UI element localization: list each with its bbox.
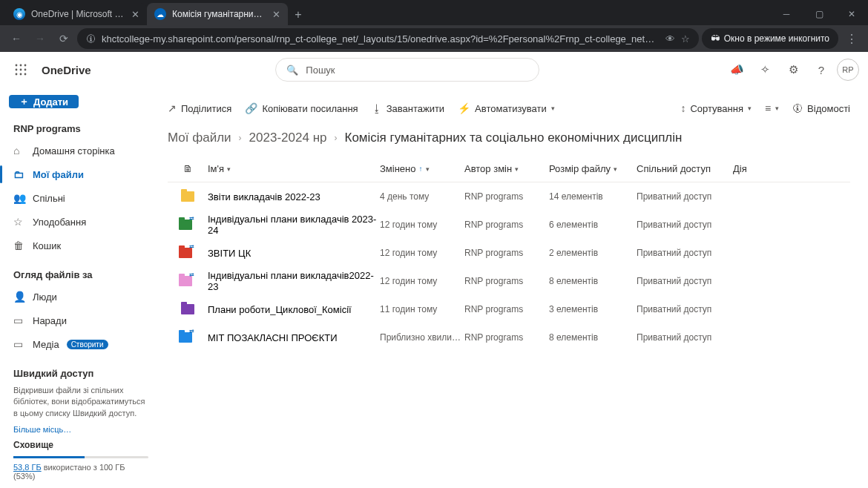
table-row[interactable]: Плани роботи_Циклової_Комісії 11 годин т… [168,295,850,323]
breadcrumb-item[interactable]: 2023-2024 нр [249,131,327,145]
browser-tabstrip: ◉ OneDrive | Microsoft 365 ✕ ☁ Комісія г… [0,0,868,25]
row-size: 14 елементів [549,191,637,202]
left-nav: ＋ Додати RNP programs ⌂Домашня сторінка🗀… [0,88,162,488]
incognito-badge[interactable]: 🕶 Окно в режиме инкогнито [702,28,838,49]
column-header-modified[interactable]: Змінено ↑▾ [380,163,464,174]
suite-title[interactable]: OneDrive [42,64,91,76]
row-sharing[interactable]: Приватний доступ [637,276,733,286]
row-author: RNP programs [464,304,549,314]
automate-icon: ⚡ [458,102,470,114]
app-launcher-icon[interactable] [9,58,33,82]
view-button[interactable]: ≡▾ [765,102,779,114]
sidebar-item[interactable]: 🗀Мої файли [6,162,156,186]
row-author: RNP programs [464,276,549,286]
shared-indicator-icon: ⇄ [189,271,194,282]
minimize-icon[interactable]: ─ [770,3,803,25]
table-row[interactable]: ⇄ Індивідуальні плани викладачів2022-23 … [168,267,850,295]
close-icon[interactable]: ✕ [272,9,280,20]
breadcrumb-item[interactable]: Мої файли [168,131,231,145]
browser-menu-button[interactable]: ⋮ [841,28,862,49]
column-header-author[interactable]: Автор змін▾ [464,163,549,174]
row-name[interactable]: Звіти викладачів 2022-23 [208,191,380,202]
row-sharing[interactable]: Приватний доступ [637,332,733,343]
avatar[interactable]: RP [837,59,859,81]
browser-tab[interactable]: ◉ OneDrive | Microsoft 365 ✕ [6,3,147,25]
sidebar-item-label: Уподобання [33,217,86,228]
settings-icon[interactable]: ⚙ [780,57,806,82]
reload-button[interactable]: ⟳ [53,28,74,49]
row-icon-cell [168,191,208,202]
row-sharing[interactable]: Приватний доступ [637,220,733,230]
sidebar-item[interactable]: ⌂Домашня сторінка [6,139,156,162]
row-name[interactable]: Індивідуальні плани викладачів2022-23 [208,270,380,292]
sort-button[interactable]: ↕Сортування▾ [680,102,752,114]
maximize-icon[interactable]: ▢ [803,3,835,25]
nav-icon: 👤 [13,291,25,303]
row-sharing[interactable]: Приватний доступ [637,191,733,202]
forward-button[interactable]: → [30,28,50,49]
folder-icon [181,304,194,314]
column-header-action[interactable]: Дія [733,163,777,174]
automate-button[interactable]: ⚡Автоматизувати▾ [458,102,555,114]
premium-icon[interactable]: ✧ [752,57,777,82]
megaphone-icon[interactable]: 📣 [724,57,749,82]
row-name[interactable]: Плани роботи_Циклової_Комісії [208,304,380,315]
table-row[interactable]: ⇄ ЗВІТИ ЦК 12 годин тому RNP programs 2 … [168,239,850,267]
details-button[interactable]: 🛈Відомості [792,102,850,114]
svg-point-6 [16,73,18,76]
sidebar-item-label: Люди [33,291,57,303]
share-button[interactable]: ↗Поділитися [168,102,231,114]
download-icon: ⭳ [372,102,382,114]
back-button[interactable]: ← [6,28,27,49]
column-header-name[interactable]: Ім'я▾ [208,163,380,174]
bookmark-icon[interactable]: ☆ [681,33,690,44]
column-header-sharing[interactable]: Спільний доступ [637,163,733,174]
table-row[interactable]: ⇄ Індивідуальні плани викладачів 2023-24… [168,211,850,239]
row-icon-cell: ⇄ [168,248,208,258]
row-icon-cell [168,304,208,314]
address-bar: ← → ⟳ 🛈 khctcollege-my.sharepoint.com/pe… [0,25,868,52]
close-window-icon[interactable]: ✕ [835,3,868,25]
list-view-icon: ≡ [765,102,771,114]
row-name[interactable]: МІТ ПОЗАКЛАСНІ ПРОЄКТИ [208,332,380,343]
sidebar-item[interactable]: ☆Уподобання [6,210,156,234]
column-header-type[interactable]: 🗎 [168,163,208,174]
row-name[interactable]: ЗВІТИ ЦК [208,248,380,259]
chevron-right-icon: › [334,133,337,143]
row-size: 8 елементів [549,276,637,286]
sort-icon: ↕ [680,102,685,114]
table-row[interactable]: Звіти викладачів 2022-23 4 день тому RNP… [168,182,850,211]
link-icon: 🔗 [245,102,257,114]
chevron-down-icon: ▾ [614,165,617,173]
close-icon[interactable]: ✕ [131,9,139,20]
new-tab-button[interactable]: + [288,4,309,25]
sidebar-item[interactable]: ▭МедіаСтворити [6,332,156,356]
copy-link-button[interactable]: 🔗Копіювати посилання [245,102,358,114]
sort-asc-icon: ↑ [419,165,423,173]
nav-icon: ☆ [13,216,25,228]
shared-indicator-icon: ⇄ [189,243,194,254]
row-name[interactable]: Індивідуальні плани викладачів 2023-24 [208,214,380,236]
more-places-link[interactable]: Більше місць… [6,425,156,434]
sidebar-item[interactable]: 👤Люди [6,285,156,309]
site-info-icon[interactable]: 🛈 [86,33,96,44]
sidebar-item[interactable]: 🗑Кошик [6,234,156,257]
table-row[interactable]: ⇄ МІТ ПОЗАКЛАСНІ ПРОЄКТИ Приблизно хвили… [168,323,850,352]
create-badge: Створити [67,340,108,349]
sidebar-item[interactable]: 👥Спільні [6,186,156,210]
column-header-size[interactable]: Розмір файлу▾ [549,163,637,174]
download-button[interactable]: ⭳Завантажити [372,102,444,114]
row-sharing[interactable]: Приватний доступ [637,248,733,258]
sidebar-item-label: Спільні [33,193,65,204]
storage-used-link[interactable]: 53,8 ГБ [13,463,42,472]
svg-point-4 [20,69,22,71]
sidebar-item[interactable]: ▭Наради [6,309,156,332]
help-icon[interactable]: ? [809,57,834,82]
eye-off-icon[interactable]: 👁 [665,33,675,44]
add-button[interactable]: ＋ Додати [9,95,79,108]
row-sharing[interactable]: Приватний доступ [637,304,733,314]
breadcrumb: Мої файли › 2023-2024 нр › Комісія гуман… [168,123,850,156]
url-omnibox[interactable]: 🛈 khctcollege-my.sharepoint.com/personal… [77,28,699,49]
browser-tab[interactable]: ☁ Комісія гуманітарних та соціа… ✕ [147,3,288,25]
search-input[interactable]: 🔍 Пошук [275,58,539,82]
